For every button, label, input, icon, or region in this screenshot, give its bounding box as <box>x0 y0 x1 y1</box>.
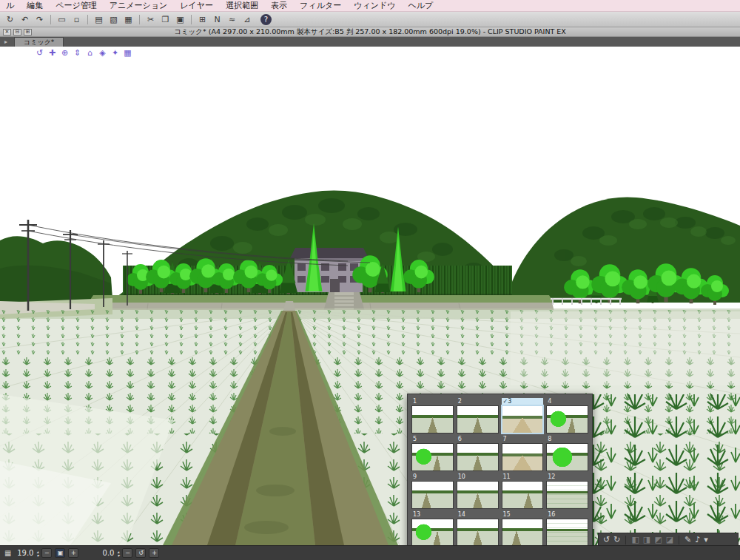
preset-item[interactable]: 2 <box>457 398 499 434</box>
camera-pan-icon[interactable]: ✚ <box>47 48 58 58</box>
menu-layer[interactable]: レイヤー <box>180 0 213 11</box>
preset-item[interactable]: 15 <box>502 511 544 545</box>
rotate-right-button[interactable]: + <box>149 548 159 558</box>
display-mode-icon[interactable]: ◈ <box>97 48 108 58</box>
preset-number: 7 <box>502 436 544 443</box>
new-page-icon[interactable]: ▤ <box>92 13 106 26</box>
camera-rotate-icon[interactable]: ↺ <box>34 48 45 58</box>
menu-filter[interactable]: フィルター <box>300 0 341 11</box>
rotation-value: 0.0 <box>95 549 114 557</box>
camera-zoom-icon[interactable]: ⊕ <box>59 48 70 58</box>
redo-icon[interactable]: ↷ <box>33 13 47 26</box>
preset-thumbnail[interactable] <box>546 405 588 434</box>
copy-icon[interactable]: ❐ <box>158 13 172 26</box>
pen-icon[interactable]: N <box>210 13 224 26</box>
pose-icon[interactable]: ◧ <box>631 536 639 544</box>
curve-icon[interactable]: ≈ <box>225 13 239 26</box>
ruler-icon[interactable]: ⊿ <box>240 13 254 26</box>
preset-item[interactable]: 4 <box>546 398 588 434</box>
preset-thumbnail[interactable] <box>502 405 544 434</box>
menu-selection[interactable]: 選択範囲 <box>226 0 258 11</box>
preset-item[interactable]: 14 <box>457 511 499 545</box>
menu-help[interactable]: ヘルプ <box>408 0 433 11</box>
preset-thumbnail[interactable] <box>411 443 454 471</box>
canvas-area[interactable]: ↺ ✚ ⊕ ⇕ ⌂ ◈ ✦ ▦ 1 2 ✓3 4 <box>0 47 740 545</box>
toolbar-separator <box>139 15 140 24</box>
camera-dolly-icon[interactable]: ⇕ <box>72 48 83 58</box>
preset-thumbnail[interactable] <box>457 443 499 471</box>
light-source-icon[interactable]: ◩ <box>654 536 662 544</box>
preset-item[interactable]: 5 <box>411 436 454 471</box>
3d-scene[interactable] <box>0 47 740 545</box>
rotate-reset-button[interactable]: ↺ <box>135 548 146 558</box>
tab-scroll-icon[interactable]: ▸ <box>1 38 10 47</box>
preset-number: ✓3 <box>502 398 544 405</box>
menu-animation[interactable]: アニメーション <box>110 0 168 11</box>
next-camera-angle-icon[interactable]: ↻ <box>613 536 620 544</box>
preset-thumbnail[interactable] <box>546 481 588 509</box>
rotate-canvas-icon[interactable]: ↻ <box>3 13 17 26</box>
preset-item[interactable]: 9 <box>411 473 454 509</box>
select-icon[interactable]: ▭ <box>55 13 69 26</box>
preset-thumbnail[interactable] <box>457 519 499 545</box>
preset-item[interactable]: 16 <box>546 511 588 545</box>
open-icon[interactable]: ▧ <box>107 13 121 26</box>
prev-camera-angle-icon[interactable]: ↺ <box>603 536 610 544</box>
menu-page-manage[interactable]: ページ管理 <box>56 0 97 11</box>
undo-icon[interactable]: ↶ <box>18 13 32 26</box>
preset-item[interactable]: 11 <box>502 473 544 509</box>
preset-thumbnail[interactable] <box>411 519 454 545</box>
grid-toggle-icon[interactable]: ▦ <box>122 48 133 58</box>
preset-thumbnail[interactable] <box>457 481 499 509</box>
preset-thumbnail[interactable] <box>411 405 454 434</box>
help-icon[interactable]: ? <box>260 14 272 25</box>
preset-number: 6 <box>457 436 499 443</box>
preset-thumbnail[interactable] <box>502 519 544 545</box>
preset-thumbnail[interactable] <box>457 405 499 434</box>
menu-view[interactable]: 表示 <box>271 0 287 11</box>
camera-reset-icon[interactable]: ⌂ <box>84 48 95 58</box>
edit-object-icon[interactable]: ✎ <box>684 536 691 544</box>
preset-thumbnail[interactable] <box>546 443 588 471</box>
fit-view-button[interactable]: ▣ <box>55 548 65 558</box>
preset-thumbnail[interactable] <box>502 481 544 509</box>
more-options-icon[interactable]: ▾ <box>704 536 708 544</box>
sound-icon[interactable]: ♪ <box>695 536 700 544</box>
zoom-in-button[interactable]: + <box>68 548 78 558</box>
material-icon[interactable]: ◨ <box>643 536 650 544</box>
preset-item[interactable]: 13 <box>411 511 454 545</box>
preset-thumbnail[interactable] <box>411 481 454 509</box>
preset-thumbnail[interactable] <box>502 443 544 471</box>
preset-item-selected[interactable]: ✓3 <box>502 398 544 434</box>
zoom-stepper[interactable]: ▴ ▾ <box>36 550 38 557</box>
preset-item[interactable]: 10 <box>457 473 499 509</box>
tab-comic[interactable]: コミック* <box>14 37 64 47</box>
object-toolbar: ↺ ↻ ◧ ◨ ◩ ◪ ✎ ♪ ▾ <box>598 533 739 545</box>
ground-plane-icon[interactable]: ◪ <box>666 536 673 544</box>
preset-thumbnail[interactable] <box>546 519 588 545</box>
preset-item[interactable]: 1 <box>411 398 454 434</box>
perspective-icon[interactable]: ✦ <box>110 48 121 58</box>
save-icon[interactable]: ▦ <box>121 13 135 26</box>
preset-number: 11 <box>502 473 544 481</box>
menu-edit[interactable]: 編集 <box>27 0 43 11</box>
preset-number: 1 <box>411 398 454 405</box>
paste-icon[interactable]: ▣ <box>173 13 187 26</box>
deselect-icon[interactable]: ▫ <box>70 13 84 26</box>
step-down-icon: ▾ <box>117 553 119 557</box>
preset-item[interactable]: 7 <box>502 436 544 471</box>
preset-item[interactable]: 12 <box>546 473 588 509</box>
clip-studio-window: ル 編集 ページ管理 アニメーション レイヤー 選択範囲 表示 フィルター ウィ… <box>0 0 740 560</box>
preset-item[interactable]: 6 <box>457 436 499 471</box>
navigator-grid-icon[interactable]: ▦ <box>4 549 11 557</box>
preset-item[interactable]: 8 <box>546 436 588 471</box>
zoom-out-button[interactable]: − <box>41 548 52 558</box>
rotate-left-button[interactable]: − <box>122 548 132 558</box>
rotation-stepper[interactable]: ▴ ▾ <box>117 550 119 557</box>
menu-window[interactable]: ウィンドウ <box>354 0 395 11</box>
menu-file[interactable]: ル <box>6 0 14 11</box>
grid-icon[interactable]: ⊞ <box>195 13 209 26</box>
step-down-icon: ▾ <box>36 553 38 557</box>
cut-icon[interactable]: ✂ <box>144 13 158 26</box>
toolbar-separator <box>625 536 626 544</box>
